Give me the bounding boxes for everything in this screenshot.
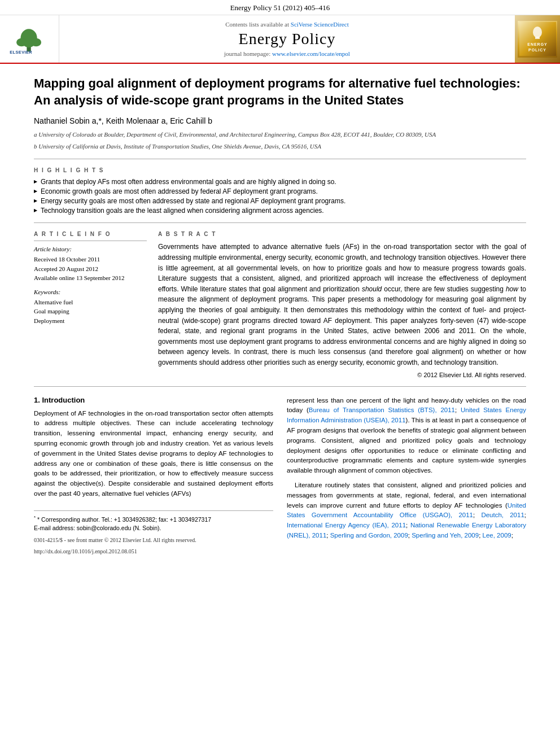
- journal-header: ELSEVIER Contents lists available at Sci…: [0, 15, 560, 64]
- info-abstract-section: A R T I C L E I N F O Article history: R…: [34, 231, 526, 378]
- svg-text:ENERGY: ENERGY: [527, 42, 548, 46]
- sperling-gordon-link[interactable]: Sperling and Gordon, 2009: [330, 532, 408, 539]
- copyright-note: 0301-4215/$ - see front matter © 2012 El…: [34, 536, 273, 544]
- divider-3: [34, 386, 526, 387]
- abstract-label: A B S T R A C T: [158, 231, 526, 237]
- svg-point-2: [16, 38, 27, 46]
- article-title: Mapping goal alignment of deployment pro…: [34, 75, 526, 108]
- svg-rect-7: [535, 37, 540, 39]
- right-para-2: Literature routinely states that consist…: [287, 480, 526, 541]
- body-col-left: 1. Introduction Deployment of AF technol…: [34, 396, 273, 556]
- sperling-yeh-link[interactable]: Sperling and Yeh, 2009: [412, 532, 479, 539]
- body-col-right: represent less than one percent of the l…: [287, 396, 526, 556]
- online-date: Available online 13 September 2012: [34, 273, 147, 283]
- badge-svg: ENERGY POLICY: [519, 22, 556, 56]
- body-left-text: Deployment of AF technologies in the on-…: [34, 409, 273, 499]
- journal-title: Energy Policy: [71, 30, 504, 48]
- intro-para-1: Deployment of AF technologies in the on-…: [34, 409, 273, 499]
- abstract-col: A B S T R A C T Governments have attempt…: [158, 231, 526, 378]
- accepted-date: Accepted 20 August 2012: [34, 264, 147, 274]
- divider-2: [34, 222, 526, 223]
- keyword-3: Deployment: [34, 316, 147, 326]
- authors-text: Nathaniel Sobin a,*, Keith Molenaar a, E…: [34, 116, 212, 125]
- body-section: 1. Introduction Deployment of AF technol…: [34, 396, 526, 556]
- top-bar: Energy Policy 51 (2012) 405–416: [0, 0, 560, 15]
- copyright-line: © 2012 Elsevier Ltd. All rights reserved…: [158, 372, 526, 378]
- main-content: Mapping goal alignment of deployment pro…: [0, 64, 560, 567]
- corresponding-note: * * Corresponding author. Tel.: +1 30349…: [34, 514, 273, 524]
- authors-line: Nathaniel Sobin a,*, Keith Molenaar a, E…: [34, 116, 526, 125]
- right-para-1: represent less than one percent of the l…: [287, 396, 526, 477]
- contents-availability: Contents lists available at SciVerse Sci…: [71, 21, 504, 28]
- homepage-link[interactable]: www.elsevier.com/locate/enpol: [272, 50, 350, 57]
- journal-header-center: Contents lists available at SciVerse Sci…: [59, 15, 515, 63]
- footnote-area: * * Corresponding author. Tel.: +1 30349…: [34, 510, 273, 556]
- affiliation-a: a University of Colorado at Boulder, Dep…: [34, 130, 526, 139]
- bts-link[interactable]: Bureau of Transportation Statistics (BTS…: [309, 407, 455, 413]
- keywords-label: Keywords:: [34, 289, 147, 295]
- highlight-item-3: Energy security goals are most often add…: [34, 197, 526, 205]
- article-info-label: A R T I C L E I N F O: [34, 231, 147, 237]
- highlight-item-4: Technology transition goals are the leas…: [34, 207, 526, 215]
- highlights-label: H I G H L I G H T S: [34, 167, 526, 173]
- abstract-text: Governments have attempted to advance al…: [158, 242, 526, 368]
- affiliation-b: b University of California at Davis, Ins…: [34, 142, 526, 151]
- journal-homepage: journal homepage: www.elsevier.com/locat…: [71, 50, 504, 57]
- divider-1: [34, 159, 526, 159]
- elsevier-logo: ELSEVIER: [7, 24, 52, 55]
- doi-note: http://dx.doi.org/10.1016/j.enpol.2012.0…: [34, 548, 273, 556]
- email-note: E-mail address: sobin@colorado.edu (N. S…: [34, 524, 273, 533]
- keyword-1: Alternative fuel: [34, 298, 147, 307]
- svg-text:ELSEVIER: ELSEVIER: [10, 50, 32, 55]
- journal-badge: ENERGY POLICY: [518, 21, 557, 58]
- highlight-item-1: Grants that deploy AFs most often addres…: [34, 178, 526, 186]
- lee-link[interactable]: Lee, 2009: [483, 532, 511, 539]
- history-label: Article history:: [34, 246, 147, 252]
- journal-badge-area: ENERGY POLICY: [515, 15, 560, 63]
- deutch-link[interactable]: Deutch, 2011: [481, 512, 524, 518]
- svg-point-6: [533, 27, 542, 38]
- info-divider: [34, 241, 147, 241]
- iea-link[interactable]: International Energy Agency (IEA), 2011: [287, 522, 406, 528]
- svg-text:POLICY: POLICY: [528, 48, 546, 52]
- highlight-item-2: Economic growth goals are most often add…: [34, 187, 526, 195]
- sciverse-link[interactable]: SciVerse ScienceDirect: [291, 21, 349, 28]
- footnote-asterisk: *: [34, 515, 36, 520]
- highlights-section: H I G H L I G H T S Grants that deploy A…: [34, 167, 526, 215]
- keyword-2: Goal mapping: [34, 307, 147, 316]
- highlights-list: Grants that deploy AFs most often addres…: [34, 178, 526, 215]
- svg-point-3: [31, 38, 41, 46]
- journal-reference: Energy Policy 51 (2012) 405–416: [230, 3, 330, 12]
- article-info-col: A R T I C L E I N F O Article history: R…: [34, 231, 147, 378]
- elsevier-logo-area: ELSEVIER: [0, 15, 59, 63]
- body-right-text: represent less than one percent of the l…: [287, 396, 526, 541]
- received-date: Received 18 October 2011: [34, 255, 147, 264]
- section-1-heading: 1. Introduction: [34, 396, 273, 404]
